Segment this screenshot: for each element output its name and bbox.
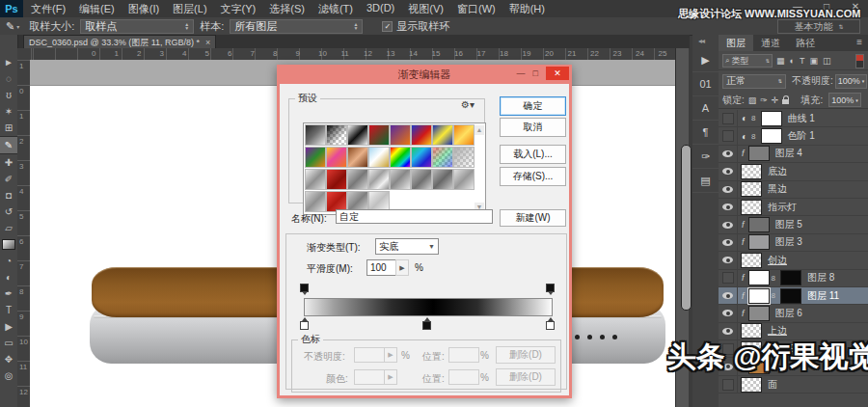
eyedropper-tool[interactable]: ✎ <box>0 136 17 154</box>
marquee-tool[interactable]: ◌ <box>0 70 17 87</box>
lock-position-icon[interactable]: ✛ <box>772 95 779 105</box>
info-panel-icon[interactable]: 01 <box>692 72 719 96</box>
type-filter-icon[interactable]: T <box>800 56 805 66</box>
layer-row-4[interactable]: 黑边 <box>719 181 868 199</box>
brush-tool[interactable]: ✐ <box>0 171 17 187</box>
color-stop-right[interactable] <box>546 316 555 330</box>
lasso-tool[interactable]: ʊ <box>0 87 17 103</box>
layer-row-3[interactable]: 底边 <box>719 163 868 180</box>
gradient-preset-swatch[interactable] <box>432 124 453 146</box>
scroll-up-icon[interactable]: ▲ <box>475 125 484 135</box>
layer-row-9[interactable]: f8图层 8 <box>719 270 868 287</box>
opacity-dropdown[interactable]: 100% ▾ <box>835 74 868 89</box>
lock-pixels-icon[interactable]: ✑ <box>760 95 768 105</box>
menu-item-10[interactable]: 帮助(H) <box>509 2 545 16</box>
new-button[interactable]: 新建(W) <box>500 209 566 227</box>
eraser-tool[interactable]: ▱ <box>0 220 17 236</box>
gradient-preset-swatch[interactable] <box>453 169 475 190</box>
color-stop-middle[interactable] <box>422 316 431 330</box>
layer-visibility-toggle[interactable] <box>719 163 738 179</box>
lock-all-icon[interactable] <box>782 99 789 104</box>
gradient-preview-bar[interactable] <box>304 298 553 316</box>
layer-row-0[interactable]: ◐8曲线 1 <box>719 110 868 127</box>
scrollbar-thumb[interactable] <box>681 145 692 311</box>
blur-tool[interactable]: ◔ <box>0 253 17 269</box>
layer-row-2[interactable]: f图层 4 <box>719 146 868 163</box>
layer-visibility-toggle[interactable] <box>719 270 738 286</box>
panel-menu-icon[interactable]: ≡ <box>851 35 868 51</box>
color-stop-left[interactable] <box>300 316 309 330</box>
clone-stamp-tool[interactable]: ◘ <box>0 187 17 204</box>
gradient-preset-swatch[interactable] <box>326 124 347 146</box>
layer-visibility-toggle[interactable] <box>719 181 738 198</box>
layer-visibility-toggle[interactable] <box>719 234 738 251</box>
menu-item-8[interactable]: 视图(V) <box>408 2 444 16</box>
blend-mode-dropdown[interactable]: 正常 ⇅ <box>722 74 786 89</box>
gradient-preset-swatch[interactable] <box>390 147 411 168</box>
gradient-preset-swatch[interactable] <box>368 147 390 168</box>
dodge-tool[interactable]: ◐ <box>0 269 17 285</box>
fill-dropdown[interactable]: 100% ▾ <box>828 93 861 107</box>
load-button[interactable]: 载入(L)... <box>500 145 566 164</box>
filter-type-dropdown[interactable]: ⌕ 类型 ⇅ <box>722 54 773 68</box>
panel-tab-1[interactable]: 通道 <box>753 35 788 51</box>
layer-row-15[interactable]: 面 <box>719 376 868 393</box>
actions-panel-icon[interactable]: ▶ <box>692 48 719 72</box>
gradient-preset-swatch[interactable] <box>453 147 475 168</box>
path-select-tool[interactable]: ▶ <box>0 318 17 335</box>
gradient-preset-swatch[interactable] <box>432 147 453 168</box>
layer-visibility-toggle[interactable] <box>719 252 738 268</box>
gradient-preset-swatch[interactable] <box>305 169 326 190</box>
smoothness-arrow-button[interactable]: ▶ <box>395 259 409 276</box>
healing-brush-tool[interactable]: ✚ <box>0 154 17 171</box>
document-tab[interactable]: DSC_0360.psd @ 33.3% (图层 11, RGB/8) * × <box>23 35 216 49</box>
layer-comps-panel-icon[interactable]: ▤ <box>692 169 719 193</box>
ok-button[interactable]: 确定 <box>500 96 566 116</box>
layer-row-6[interactable]: f图层 5 <box>719 216 868 233</box>
save-button[interactable]: 存储(S)... <box>500 167 566 186</box>
gradient-preset-swatch[interactable] <box>305 147 326 168</box>
character-panel-icon[interactable]: A <box>692 96 719 121</box>
layer-visibility-toggle[interactable] <box>719 216 738 232</box>
menu-item-2[interactable]: 图像(I) <box>128 2 159 16</box>
layer-visibility-toggle[interactable] <box>719 127 738 144</box>
smart-object-filter-icon[interactable]: ◫ <box>823 56 831 66</box>
paragraph-panel-icon[interactable]: ¶ <box>692 121 719 145</box>
layer-row-1[interactable]: ◐8色阶 1 <box>719 127 868 145</box>
dialog-close-button[interactable]: ✕ <box>546 67 569 80</box>
gradient-preset-swatch[interactable] <box>347 169 368 190</box>
layer-row-11[interactable]: f图层 6 <box>719 305 868 322</box>
menu-item-5[interactable]: 选择(S) <box>269 2 305 16</box>
lock-transparency-icon[interactable]: ▨ <box>748 95 757 105</box>
gradient-preset-swatch[interactable] <box>347 147 368 168</box>
crop-tool[interactable]: ⊞ <box>0 120 17 136</box>
gradient-preset-swatch[interactable] <box>368 169 390 190</box>
layer-row-7[interactable]: f图层 3 <box>719 234 868 252</box>
magic-wand-tool[interactable]: ✶ <box>0 103 17 120</box>
type-tool[interactable]: T <box>0 302 17 318</box>
opacity-stop-left[interactable] <box>300 284 309 297</box>
hand-tool[interactable]: ✥ <box>0 351 17 367</box>
gradient-preset-swatch[interactable] <box>326 169 347 190</box>
menu-item-0[interactable]: 文件(F) <box>31 2 66 16</box>
menu-item-4[interactable]: 文字(Y) <box>221 2 257 16</box>
shape-tool[interactable]: ▭ <box>0 335 17 351</box>
pen-tool[interactable]: ✒ <box>0 285 17 302</box>
opacity-stop-right[interactable] <box>546 284 555 297</box>
gradient-preset-swatch[interactable] <box>411 169 432 190</box>
move-tool[interactable]: ► <box>0 54 17 70</box>
gradient-preset-swatch[interactable] <box>390 169 411 190</box>
gear-icon[interactable]: ⚙▾ <box>459 99 476 110</box>
gradient-preset-swatch[interactable] <box>432 169 453 190</box>
gradient-tool[interactable] <box>0 236 17 253</box>
layer-visibility-toggle[interactable] <box>719 146 738 162</box>
layer-row-8[interactable]: 创边 <box>719 252 868 269</box>
zoom-tool[interactable]: ◎ <box>0 367 17 384</box>
menu-item-9[interactable]: 窗口(W) <box>457 2 496 16</box>
dialog-minimize-button[interactable]: — <box>517 68 526 78</box>
gradient-preset-swatch[interactable] <box>390 124 411 146</box>
cancel-button[interactable]: 取消 <box>500 118 566 137</box>
show-ring-checkbox[interactable]: ✓ <box>382 21 393 32</box>
gradient-preset-swatch[interactable] <box>305 124 326 146</box>
panel-tab-0[interactable]: 图层 <box>719 35 753 51</box>
